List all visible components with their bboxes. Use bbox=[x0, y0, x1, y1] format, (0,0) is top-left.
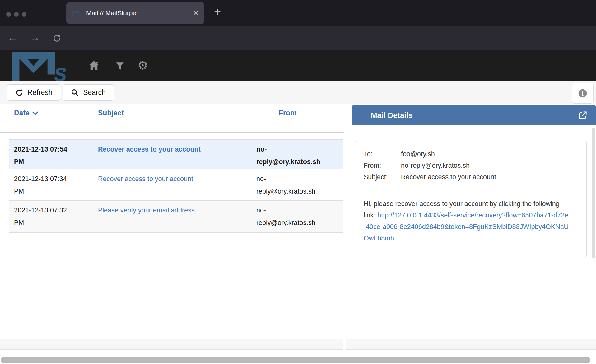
mail-list: 2021-12-13 07:54 PM Recover access to yo… bbox=[9, 139, 343, 233]
mail-subject-link[interactable]: Please verify your email address bbox=[98, 204, 254, 217]
svg-text:i: i bbox=[582, 90, 584, 97]
mail-subject-link[interactable]: Recover access to your account bbox=[98, 173, 254, 185]
column-header-from[interactable]: From bbox=[279, 109, 297, 117]
field-to-value: foo@ory.sh bbox=[401, 150, 435, 158]
recovery-link[interactable]: http://127.0.0.1:4433/self-service/recov… bbox=[364, 212, 569, 242]
info-icon: i bbox=[578, 88, 588, 98]
window-dot-icon[interactable] bbox=[14, 12, 19, 17]
window-titlebar: s Mail // MailSlurper ✕ + bbox=[0, 0, 596, 26]
field-subject-value: Recover access to your account bbox=[401, 173, 496, 181]
mail-body: Hi, please recover access to your accoun… bbox=[364, 198, 569, 244]
column-header-subject-label: Subject bbox=[98, 109, 124, 117]
window-dot-icon[interactable] bbox=[22, 12, 26, 17]
mail-details-title: Mail Details bbox=[371, 111, 578, 120]
details-vertical-scrollbar[interactable] bbox=[592, 128, 595, 258]
settings-gear-icon[interactable]: ⚙ bbox=[137, 58, 148, 72]
window-dot-icon[interactable] bbox=[6, 12, 11, 17]
browser-toolbar: ← → 127.0.0.1:4436/# 90% ☆ bbox=[0, 26, 596, 50]
info-button[interactable]: i bbox=[572, 83, 594, 104]
mail-header-fields: To:foo@ory.sh From:no-reply@ory.kratos.s… bbox=[355, 141, 586, 183]
mail-row-selected[interactable]: 2021-12-13 07:54 PM Recover access to yo… bbox=[9, 139, 343, 169]
new-tab-button[interactable]: + bbox=[214, 5, 221, 18]
mail-from: no-reply@ory.kratos.sh bbox=[256, 143, 323, 168]
bottom-hairline bbox=[0, 355, 596, 355]
mail-details-header: Mail Details bbox=[352, 105, 596, 125]
mail-row[interactable]: 2021-12-13 07:32 PM Please verify your e… bbox=[9, 201, 343, 233]
mail-row[interactable]: 2021-12-13 07:34 PM Recover access to yo… bbox=[9, 169, 343, 201]
list-footer-strip bbox=[0, 339, 343, 350]
forward-icon[interactable]: → bbox=[30, 32, 40, 43]
column-header-from-label: From bbox=[279, 109, 297, 117]
tab-close-icon[interactable]: ✕ bbox=[193, 9, 198, 17]
back-icon[interactable]: ← bbox=[7, 32, 17, 43]
field-from-value: no-reply@ory.kratos.sh bbox=[401, 162, 470, 169]
search-button-label: Search bbox=[83, 88, 106, 97]
sort-chevron-down-icon bbox=[32, 111, 38, 115]
mailslurper-logo: s bbox=[11, 52, 72, 82]
field-subject-label: Subject: bbox=[364, 171, 401, 183]
refresh-button[interactable]: Refresh bbox=[7, 84, 61, 101]
refresh-button-label: Refresh bbox=[27, 88, 53, 97]
mail-date: 2021-12-13 07:34 PM bbox=[14, 173, 72, 198]
svg-text:s: s bbox=[54, 59, 67, 82]
filter-funnel-icon[interactable] bbox=[115, 62, 124, 70]
card-divider bbox=[364, 191, 578, 191]
field-to-label: To: bbox=[364, 148, 401, 160]
mail-from: no-reply@ory.kratos.sh bbox=[256, 173, 323, 198]
open-external-icon[interactable] bbox=[578, 111, 587, 120]
mail-date: 2021-12-13 07:32 PM bbox=[14, 204, 72, 229]
refresh-icon bbox=[15, 89, 23, 97]
mail-subject-link[interactable]: Recover access to your account bbox=[98, 143, 254, 156]
horizontal-scrollbar[interactable] bbox=[1, 357, 590, 363]
panel-divider bbox=[344, 104, 344, 339]
reload-icon[interactable] bbox=[52, 34, 62, 43]
search-button[interactable]: Search bbox=[63, 84, 114, 101]
svg-text:s: s bbox=[79, 12, 81, 16]
page: s Mail // MailSlurper ✕ + ← → bbox=[0, 0, 596, 364]
column-header-date-label: Date bbox=[14, 109, 30, 117]
field-from-label: From: bbox=[364, 160, 401, 171]
field-from: From:no-reply@ory.kratos.sh bbox=[364, 160, 578, 171]
mail-from: no-reply@ory.kratos.sh bbox=[256, 204, 323, 229]
details-footer-strip bbox=[346, 339, 596, 350]
mail-date: 2021-12-13 07:54 PM bbox=[14, 143, 72, 168]
tab-title: Mail // MailSlurper bbox=[86, 9, 193, 17]
field-subject: Subject:Recover access to your account bbox=[364, 171, 578, 183]
field-to: To:foo@ory.sh bbox=[364, 148, 578, 160]
search-icon bbox=[71, 89, 79, 97]
browser-tab[interactable]: s Mail // MailSlurper ✕ bbox=[66, 2, 204, 24]
window-controls[interactable] bbox=[6, 12, 26, 17]
action-toolbar: Refresh Search i bbox=[0, 81, 596, 104]
column-header-date[interactable]: Date bbox=[14, 109, 38, 117]
mail-details-card: To:foo@ory.sh From:no-reply@ory.kratos.s… bbox=[355, 141, 587, 258]
app-navbar: s ⚙ bbox=[0, 50, 596, 81]
mailslurper-favicon-icon: s bbox=[72, 11, 82, 16]
home-icon[interactable] bbox=[88, 60, 100, 71]
header-divider bbox=[0, 132, 344, 133]
column-header-subject[interactable]: Subject bbox=[98, 109, 124, 117]
